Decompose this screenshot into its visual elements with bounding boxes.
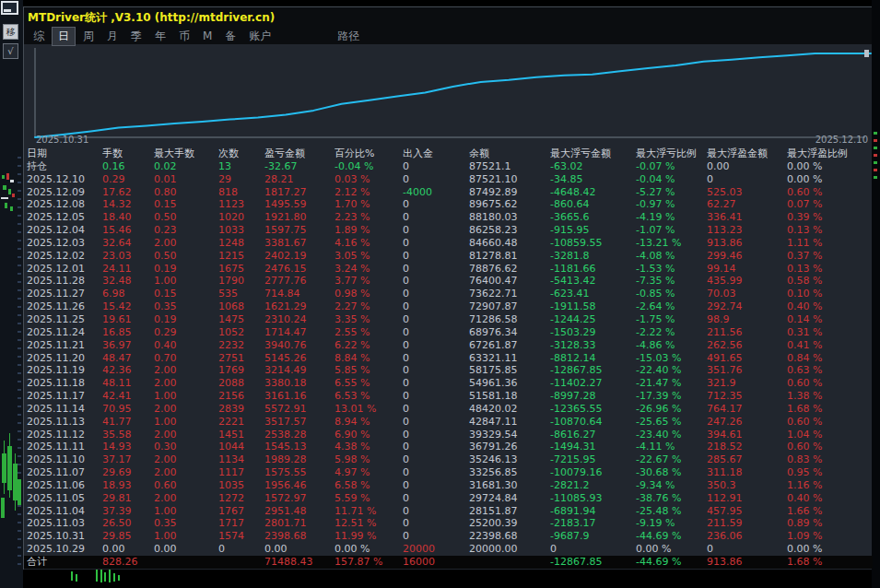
cell: 6.22 % <box>334 339 403 352</box>
cell: -0.04 % <box>334 160 403 173</box>
cell: 0.00 <box>707 160 787 173</box>
cell: -30.68 % <box>636 466 707 479</box>
cell: 20000 <box>403 543 469 556</box>
cell: 0 <box>403 453 469 466</box>
cell: 0.80 <box>154 186 218 199</box>
table-row[interactable]: 2025.10.290.000.0000.000.00 %2000020000.… <box>24 543 873 556</box>
table-row[interactable]: 2025.11.2519.610.1914752310.243.35 %0712… <box>24 313 873 326</box>
table-row[interactable]: 2025.11.1942.362.0017693214.495.85 %0581… <box>24 364 873 377</box>
table-row[interactable]: 2025.12.0332.642.0012483381.674.16 %0846… <box>24 237 873 250</box>
check-button[interactable]: √ <box>3 43 18 59</box>
table-row[interactable]: 2025.11.1037.172.0011341989.285.98 %0352… <box>24 453 873 466</box>
chart-speck <box>874 132 877 135</box>
cell: 0.10 % <box>787 288 873 300</box>
chart-speck <box>2 175 5 179</box>
cell: 3381.67 <box>264 237 334 250</box>
cell: 1272 <box>218 492 264 505</box>
cell: 1575.55 <box>264 466 334 479</box>
table-row[interactable]: 2025.11.1742.411.0021563161.166.53 %0515… <box>24 390 873 403</box>
cell: 1.00 <box>154 505 218 518</box>
table-row[interactable]: 2025.11.0729.692.0011171575.554.97 %0332… <box>24 466 873 479</box>
cell: 351.76 <box>707 364 787 377</box>
cell: 28.21 <box>264 173 334 186</box>
cell: 2025.11.17 <box>27 390 102 403</box>
table-row[interactable]: 2025.12.100.290.012928.210.03 %087521.10… <box>24 173 873 186</box>
cell: 14.93 <box>102 441 154 453</box>
statistics-panel: MTDriver统计 ,V3.10 (http://mtdriver.cn) 综… <box>23 6 872 570</box>
cell: -3665.6 <box>550 211 636 224</box>
table-row[interactable]: 2025.11.1235.582.0014512538.286.90 %0393… <box>24 429 873 441</box>
table-total-row[interactable]: 合计828.2671488.43157.87 %16000-12867.85-4… <box>24 556 873 569</box>
cell: -0.07 % <box>636 160 707 173</box>
cell: 2025.11.25 <box>27 313 102 326</box>
cell: 1.09 % <box>787 530 873 543</box>
table-row[interactable]: 2025.12.0223.030.5012152402.193.05 %0812… <box>24 250 873 263</box>
cell: -11402.27 <box>550 377 636 390</box>
table-row[interactable]: 2025.11.2615.420.3510681621.292.27 %0729… <box>24 300 873 313</box>
chart-speck <box>874 176 877 179</box>
window-title[interactable]: MTDriver统计 ,V3.10 (http://mtdriver.cn) <box>28 9 275 26</box>
table-row[interactable]: 2025.11.2136.970.4022323940.766.22 %0672… <box>24 339 873 352</box>
table-row[interactable]: 2025.12.0124.110.1916752476.153.24 %0788… <box>24 263 873 276</box>
cell: 0.37 % <box>787 250 873 263</box>
candle-wick <box>109 570 111 582</box>
table-row[interactable]: 2025.11.1341.771.0022213517.578.94 %0428… <box>24 416 873 429</box>
cell: 2156 <box>218 390 264 403</box>
table-row[interactable]: 2025.11.0618.930.6010351956.466.58 %0316… <box>24 479 873 492</box>
cell: -10079.16 <box>550 466 636 479</box>
cell: 218.52 <box>707 441 787 453</box>
cell: 2025.11.12 <box>27 429 102 441</box>
cell: -8616.27 <box>550 429 636 441</box>
cell: 1.68 % <box>787 403 873 416</box>
cell: -38.76 % <box>636 492 707 505</box>
table-row[interactable]: 2025.12.0814.320.1511231495.591.70 %0896… <box>24 198 873 211</box>
table-row[interactable]: 2025.11.2048.470.7027515145.268.84 %0633… <box>24 352 873 365</box>
cell: 1052 <box>218 326 264 339</box>
cell: 5.59 % <box>334 492 403 505</box>
table-row[interactable]: 2025.11.276.980.15535714.840.98 %073622.… <box>24 288 873 300</box>
cell: 1817.27 <box>264 186 334 199</box>
table-row[interactable]: 2025.10.3129.851.0015742398.6811.99 %022… <box>24 530 873 543</box>
table-row[interactable]: 2025.11.0437.391.0017672951.4811.71 %028… <box>24 505 873 518</box>
cell: 1597.75 <box>264 224 334 237</box>
cell: 913.86 <box>707 237 787 250</box>
cell: 394.61 <box>707 429 787 441</box>
cell: 19.61 <box>102 313 154 326</box>
cell: -2.64 % <box>636 300 707 313</box>
cell: 3.24 % <box>334 263 403 276</box>
cell: 1215 <box>218 250 264 263</box>
candle-wick <box>100 569 102 582</box>
table-row[interactable]: 2025.11.2832.481.0017902777.763.77 %0764… <box>24 275 873 288</box>
cell: 285.67 <box>707 453 787 466</box>
cell: 0.40 % <box>787 492 873 505</box>
cell: 2951.48 <box>264 505 334 518</box>
table-row[interactable]: 2025.11.1114.930.3010441545.134.38 %0367… <box>24 441 873 453</box>
cell: 28151.87 <box>469 505 550 518</box>
cell: 0 <box>550 543 636 556</box>
cell: 1.11 % <box>787 237 873 250</box>
move-button[interactable]: 移 <box>3 24 18 40</box>
cell: 2.00 <box>154 237 218 250</box>
table-row[interactable]: 2025.11.1848.112.0020883380.186.55 %0549… <box>24 377 873 390</box>
cell <box>154 556 218 569</box>
cell: 0 <box>403 505 469 518</box>
table-row[interactable]: 2025.11.0326.500.3517172801.7112.51 %025… <box>24 517 873 530</box>
cell: 764.17 <box>707 403 787 416</box>
cell: 70.03 <box>707 288 787 300</box>
table-row[interactable]: 2025.11.2416.850.2910521714.472.55 %0689… <box>24 326 873 339</box>
cell: 17.62 <box>102 186 154 199</box>
cell: 41.77 <box>102 416 154 429</box>
table-row[interactable]: 2025.11.1470.952.0028395572.9113.01 %048… <box>24 403 873 416</box>
table-row[interactable]: 2025.12.0415.460.2310331597.751.89 %0862… <box>24 224 873 237</box>
table-row[interactable]: 2025.11.0529.812.0012721572.975.59 %0297… <box>24 492 873 505</box>
table-row[interactable]: 持仓0.160.0213-32.67-0.04 %087521.1-63.02-… <box>24 160 873 173</box>
table-row[interactable]: 2025.12.0917.620.808181817.272.12 %-4000… <box>24 186 873 199</box>
table-row[interactable]: 2025.12.0518.400.5010201921.802.23 %0881… <box>24 211 873 224</box>
cell: 0 <box>403 198 469 211</box>
cell: 8.94 % <box>334 416 403 429</box>
equity-chart[interactable]: 2025.10.31 2025.12.10 <box>24 42 873 149</box>
menu-item-7[interactable]: M <box>197 29 217 43</box>
minimized-window-icon[interactable] <box>1 1 18 15</box>
cell: -4.11 % <box>636 441 707 453</box>
cell: 2025.12.05 <box>27 211 102 224</box>
